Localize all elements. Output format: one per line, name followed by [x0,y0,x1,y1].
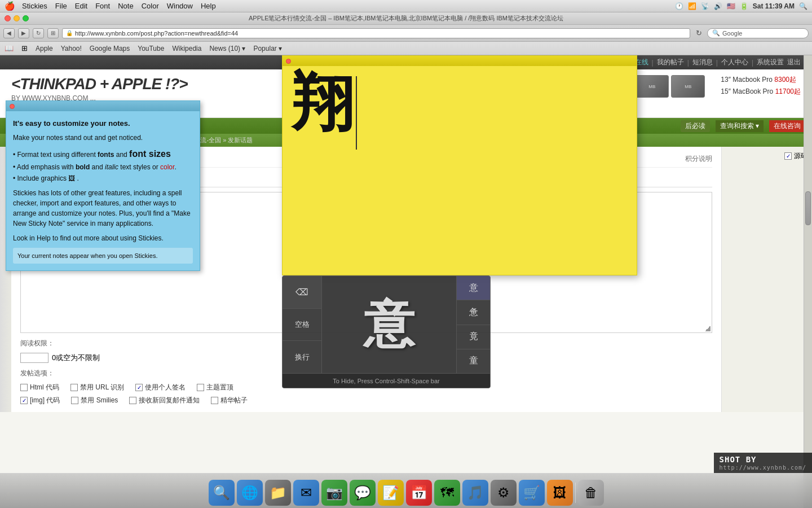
dock-safari[interactable]: 🌐 [237,480,263,506]
close-button[interactable] [5,15,11,21]
blue-note-titlebar[interactable] [6,101,200,111]
maximize-button[interactable] [23,15,29,21]
dock-messages[interactable]: 💬 [350,480,376,506]
reload-button[interactable]: ↻ [33,28,44,38]
nav-bidu-link[interactable]: 后必读 [681,120,710,132]
resize-handle[interactable] [705,326,710,331]
price-15: 15″ MacBook Pro 11700起 [721,87,801,97]
dock-calendar[interactable]: 📅 [406,480,432,506]
bookmark-youtube[interactable]: YouTube [138,45,164,52]
ime-backspace-button[interactable]: ⌫ [283,276,321,309]
menu-help[interactable]: Help [201,2,216,10]
ime-drawing-area[interactable]: 意 [322,276,456,373]
menu-color[interactable]: Color [142,2,159,10]
bookmark-googlemaps[interactable]: Google Maps [90,45,130,52]
reads-input[interactable] [20,353,48,363]
ime-candidates: 意 惫 竟 童 [456,276,490,373]
messages-link[interactable]: 短消息 [692,58,713,67]
ime-space-button[interactable]: 空格 [283,309,321,341]
separator: | [687,59,689,67]
my-posts-link[interactable]: 我的帖子 [657,58,684,67]
yellow-note-close[interactable] [286,59,291,64]
dock-facetime[interactable]: 📷 [321,480,347,506]
right-sidebar: 源码 [722,147,812,412]
volume-icon: 🔊 [714,2,722,10]
checkbox-notify: 接收新回复邮件通知 [129,396,200,405]
settings-link[interactable]: 系统设置 [757,58,784,67]
featured-checkbox[interactable] [211,397,218,404]
yellow-note-titlebar[interactable] [283,56,637,66]
dock-maps[interactable]: 🗺 [434,480,460,506]
dock-mail[interactable]: ✉ [293,480,319,506]
sticky-checkbox[interactable] [197,384,204,391]
nav-search-link[interactable]: 查询和搜索 ▾ [716,120,764,132]
dock-photos[interactable]: 🖼 [547,480,573,506]
signature-checkbox[interactable] [135,384,143,391]
minimize-button[interactable] [14,15,20,21]
macbook-thumb-3: MB [671,75,705,98]
bookmark-wikipedia[interactable]: Wikipedia [172,45,201,52]
bookmark-popular[interactable]: Popular ▾ [253,45,282,52]
points-link[interactable]: 积分说明 [685,154,712,164]
source-checkbox[interactable] [784,152,792,160]
bookmark-apple[interactable]: Apple [36,45,53,52]
profile-link[interactable]: 个人中心 [721,58,748,67]
scrollbar-thumb[interactable] [805,191,811,225]
grid-icon[interactable]: ⊞ [21,44,28,52]
yellow-note-content[interactable]: 翔 [283,66,637,275]
stickies-note-blue: It's easy to customize your notes. Make … [6,100,200,271]
wifi-icon: 📡 [701,2,709,10]
apple-menu-icon[interactable]: 🍎 [5,1,15,11]
dock-finder[interactable]: 🔍 [209,480,235,506]
model-13: 13″ Macbook Pro [721,76,773,84]
search-placeholder: Google [722,30,742,37]
home-button[interactable]: ⊞ [47,28,59,38]
system-time: Sat 11:39 AM [753,2,795,10]
dock-stickies[interactable]: 📝 [378,480,404,506]
nav-consult-link[interactable]: 在线咨询 [769,120,805,132]
battery-icon: 🔋 [740,2,748,10]
bookmark-news[interactable]: News (10) ▾ [209,45,245,52]
html-checkbox[interactable] [20,384,28,391]
character-display: 翔 [292,72,357,269]
macbook-prices: 13″ Macbook Pro 8300起 15″ MacBook Pro 11… [721,75,801,99]
img-checkbox[interactable] [20,397,28,404]
dock-itunes[interactable]: 🎵 [462,480,488,506]
search-icon[interactable]: 🔍 [799,2,807,10]
menu-file[interactable]: File [55,2,67,10]
ime-candidate-3[interactable]: 童 [457,349,490,373]
dock-folder[interactable]: 📁 [265,480,291,506]
logout-link[interactable]: 退出 [787,58,801,67]
scrollbar[interactable] [804,55,812,508]
ime-candidate-1[interactable]: 惫 [457,300,490,325]
nosmilies-checkbox[interactable] [71,397,78,404]
menu-window[interactable]: Window [167,2,193,10]
ime-candidate-2[interactable]: 竟 [457,325,490,349]
menu-note[interactable]: Note [118,2,133,10]
bookmark-yahoo[interactable]: Yahoo! [61,45,82,52]
nourl-checkbox[interactable] [70,384,78,391]
ime-candidate-0[interactable]: 意 [457,276,490,300]
bullet-2: • Add emphasis with bold and italic text… [13,162,193,172]
refresh-button[interactable]: ↻ [694,28,704,38]
notify-checkbox[interactable] [129,397,136,404]
search-icon: 🔍 [712,29,720,37]
forward-button[interactable]: ▶ [18,28,29,38]
back-button[interactable]: ◀ [3,28,15,38]
menu-edit[interactable]: Edit [75,2,87,10]
bullet-3: • Include graphics 🖼 . [13,173,193,183]
dock-settings[interactable]: ⚙ [491,480,517,506]
note-close[interactable] [10,104,15,109]
dock-trash[interactable]: 🗑 [578,480,604,506]
html-label: Html 代码 [30,383,59,392]
checkbox-nosmilies: 禁用 Smilies [71,396,118,405]
menu-font[interactable]: Font [95,2,110,10]
text-cursor [356,76,357,150]
url-field[interactable]: 🔒 http://www.xynbnb.com/post.php?action=… [62,28,690,38]
written-character: 翔 [292,72,354,134]
menu-stickies[interactable]: Stickies [22,2,47,10]
ime-return-button[interactable]: 换行 [283,341,321,373]
dock-appstore[interactable]: 🛒 [519,480,545,506]
reading-list-icon[interactable]: 📖 [5,44,14,52]
search-field[interactable]: 🔍 Google [707,28,809,38]
